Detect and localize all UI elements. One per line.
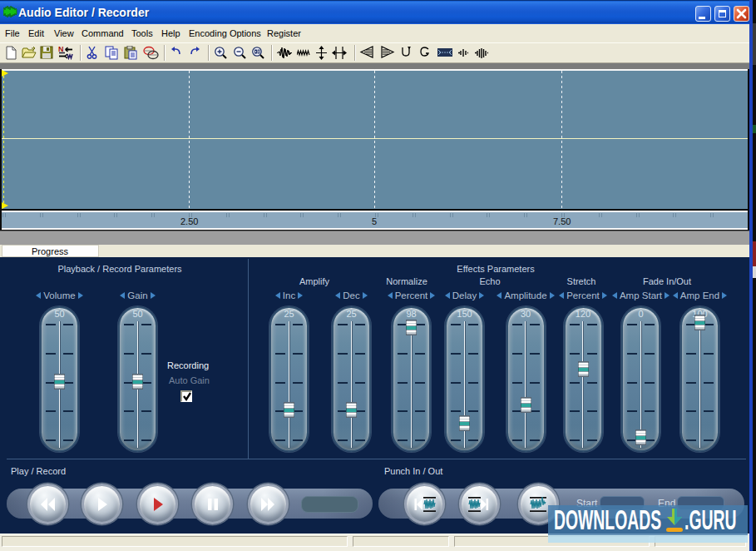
svg-text:N: N xyxy=(58,46,64,53)
